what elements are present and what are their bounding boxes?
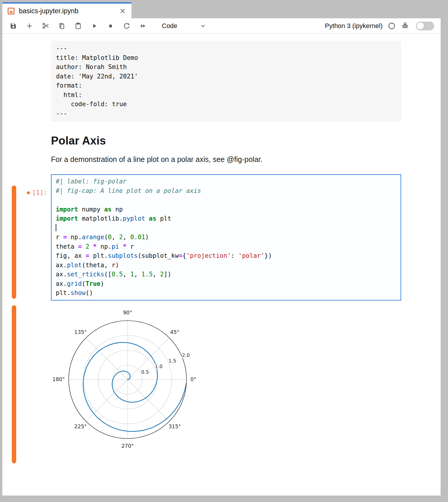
svg-text:1.0: 1.0	[155, 363, 162, 369]
code-cell-row: ●[1]: #| label: fig-polar#| fig-cap: A l…	[2, 174, 441, 301]
svg-text:1.5: 1.5	[168, 358, 176, 363]
svg-text:135°: 135°	[74, 329, 87, 335]
notebook-tab[interactable]: basics-jupyter.ipynb	[2, 2, 131, 18]
chevron-down-icon	[200, 23, 206, 29]
paste-button[interactable]	[74, 22, 82, 30]
run-all-button[interactable]	[139, 22, 147, 30]
svg-text:270°: 270°	[121, 443, 134, 449]
run-button[interactable]	[90, 22, 98, 30]
page-title: Polar Axis	[51, 134, 401, 147]
kernel-status-icon	[388, 22, 396, 30]
svg-text:45°: 45°	[170, 329, 179, 335]
interrupt-button[interactable]	[107, 22, 114, 30]
raw-cell-row: ---title: Matplotlib Demoauthor: Norah S…	[2, 41, 441, 122]
notebook-content: ---title: Matplotlib Demoauthor: Norah S…	[2, 34, 441, 496]
debugger-bug-icon[interactable]	[401, 22, 409, 29]
svg-text:2.0: 2.0	[182, 352, 190, 358]
cut-button[interactable]	[42, 22, 50, 30]
output-cell-row: 0°45°90°135°180°225°270°315°0.51.01.52.0	[2, 305, 441, 465]
svg-text:180°: 180°	[52, 376, 65, 382]
markdown-paragraph: For a demonstration of a line plot on a …	[51, 155, 401, 164]
svg-text:225°: 225°	[74, 423, 87, 429]
code-cell-content[interactable]: #| label: fig-polar#| fig-cap: A line pl…	[51, 174, 401, 301]
raw-cell-content[interactable]: ---title: Matplotlib Demoauthor: Norah S…	[51, 41, 401, 122]
tab-bar: basics-jupyter.ipynb	[2, 2, 441, 18]
modified-dot: ●	[27, 189, 30, 195]
cell-type-value: Code	[162, 22, 177, 30]
restart-button[interactable]	[123, 22, 131, 30]
simple-mode-toggle[interactable]	[416, 22, 434, 30]
execution-prompt: ●[1]:	[2, 189, 47, 196]
toggle-knob	[417, 22, 424, 29]
markdown-cell-row: Polar Axis For a demonstration of a line…	[2, 134, 441, 164]
notebook-file-icon	[7, 7, 15, 15]
svg-text:315°: 315°	[169, 423, 181, 429]
add-cell-button[interactable]	[26, 22, 33, 30]
tab-close-icon[interactable]	[119, 7, 126, 14]
output-collapser[interactable]	[12, 305, 16, 463]
tab-title: basics-jupyter.ipynb	[19, 7, 78, 15]
cell-collapser[interactable]	[12, 186, 16, 299]
svg-text:0°: 0°	[190, 376, 196, 382]
svg-text:90°: 90°	[123, 310, 132, 316]
jupyterlab-window: basics-jupyter.ipynb	[2, 2, 441, 496]
cell-output: 0°45°90°135°180°225°270°315°0.51.01.52.0	[51, 305, 401, 456]
save-button[interactable]	[9, 22, 17, 30]
copy-button[interactable]	[58, 22, 66, 30]
svg-text:0.5: 0.5	[141, 369, 149, 375]
notebook-toolbar: Code Python 3 (ipykernel)	[2, 18, 441, 34]
kernel-name[interactable]: Python 3 (ipykernel)	[325, 22, 383, 30]
cell-type-dropdown[interactable]: Code	[162, 22, 206, 30]
polar-chart: 0°45°90°135°180°225°270°315°0.51.01.52.0	[51, 305, 204, 455]
